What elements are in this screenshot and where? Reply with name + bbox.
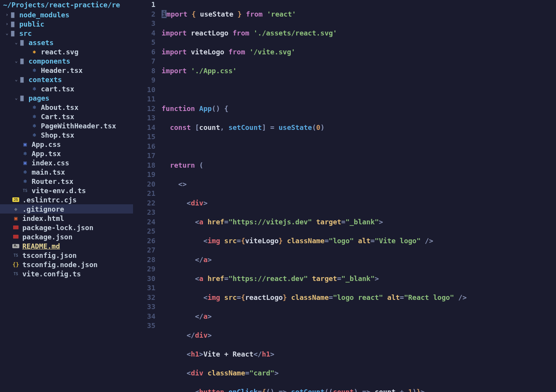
npm-icon: [12, 235, 19, 239]
tree-item-react-svg[interactable]: ✱react.svg: [0, 47, 133, 56]
folder-open-icon: ▇: [19, 95, 25, 101]
html-icon: ▣: [12, 215, 19, 221]
tree-item-app-tsx[interactable]: ❄App.tsx: [0, 149, 133, 158]
tree-item-cart2-tsx[interactable]: ❄Cart.tsx: [0, 112, 133, 121]
tree-item-readme[interactable]: M↓README.md: [0, 241, 133, 251]
tree-item-router-tsx[interactable]: ❄Router.tsx: [0, 177, 133, 186]
tree-item-index-css[interactable]: ▣index.css: [0, 158, 133, 167]
tree-item-main-tsx[interactable]: ❄main.tsx: [0, 167, 133, 177]
ts-icon: TS: [12, 272, 19, 276]
svg-icon: ✱: [31, 49, 38, 55]
json-icon: {}: [12, 261, 19, 268]
code-line[interactable]: </a>: [162, 312, 556, 321]
tree-item-header-tsx[interactable]: ❄Header.tsx: [0, 66, 133, 75]
css-icon: ▣: [22, 141, 29, 147]
chevron-down-icon: ⌄: [14, 77, 19, 82]
tree-item-components[interactable]: ⌄▇components: [0, 56, 133, 66]
code-line[interactable]: </div>: [162, 331, 556, 340]
react-icon: ❄: [31, 113, 38, 119]
code-line[interactable]: <img src={reactLogo} className="logo rea…: [162, 293, 556, 303]
tree-item-src[interactable]: ⌄▇src: [0, 29, 133, 38]
react-icon: ❄: [22, 169, 29, 175]
file-explorer: ~/Projects/react-practice/re ›▇node_modu…: [0, 0, 133, 392]
code-content[interactable]: import { useState } from 'react' import …: [160, 0, 556, 392]
react-icon: ❄: [22, 178, 29, 184]
chevron-down-icon: ⌄: [14, 40, 19, 45]
tree-item-eslintrc[interactable]: JS.eslintrc.cjs: [0, 195, 133, 204]
ts-icon: TS: [22, 188, 29, 193]
tree-item-index-html[interactable]: ▣index.html: [0, 214, 133, 223]
code-line[interactable]: </a>: [162, 255, 556, 265]
code-editor[interactable]: 1234567891011121314151617181920212223242…: [133, 0, 556, 392]
code-line[interactable]: <div>: [162, 199, 556, 208]
tree-item-viteenv-ts[interactable]: TSvite-env.d.ts: [0, 186, 133, 195]
react-icon: ❄: [22, 150, 29, 156]
tree-item-pages[interactable]: ⌄▇pages: [0, 93, 133, 103]
tree-item-cart-tsx[interactable]: ❄cart.tsx: [0, 84, 133, 93]
tree-item-assets[interactable]: ⌄▇assets: [0, 38, 133, 47]
code-line[interactable]: <div className="card">: [162, 368, 556, 378]
line-numbers: 1234567891011121314151617181920212223242…: [133, 0, 160, 392]
code-line[interactable]: <button onClick={() => setCount((count) …: [162, 387, 556, 392]
chevron-right-icon: ›: [5, 12, 9, 17]
chevron-down-icon: ⌄: [14, 58, 19, 64]
tree-item-shop-tsx[interactable]: ❄Shop.tsx: [0, 130, 133, 140]
folder-icon: ▇: [9, 12, 16, 18]
project-path: ~/Projects/react-practice/re: [0, 0, 133, 10]
code-line[interactable]: function App() {: [162, 104, 556, 114]
code-line[interactable]: <a href="https://react.dev" target="_bla…: [162, 274, 556, 284]
react-icon: ❄: [31, 86, 38, 92]
file-tree: ›▇node_modules ›▇public ⌄▇src ⌄▇assets ✱…: [0, 10, 133, 278]
code-line[interactable]: import reactLogo from './assets/react.sv…: [162, 29, 556, 38]
react-icon: ❄: [31, 104, 38, 110]
code-line[interactable]: <a href="https://vitejs.dev" target="_bl…: [162, 217, 556, 227]
tree-item-pwh-tsx[interactable]: ❄PageWithHeader.tsx: [0, 121, 133, 130]
chevron-down-icon: ⌄: [5, 30, 9, 36]
tree-item-about-tsx[interactable]: ❄About.tsx: [0, 103, 133, 112]
folder-icon: ▇: [9, 21, 16, 27]
css-icon: ▣: [22, 160, 29, 166]
code-line[interactable]: <>: [162, 180, 556, 189]
tree-item-tsconfig[interactable]: TStsconfig.json: [0, 251, 133, 260]
npm-icon: [12, 225, 19, 229]
tree-item-gitignore[interactable]: ◆.gitignore: [0, 204, 133, 214]
react-icon: ❄: [31, 67, 38, 73]
tree-item-pkglock[interactable]: package-lock.json: [0, 223, 133, 232]
code-line[interactable]: <h1>Vite + React</h1>: [162, 350, 556, 359]
folder-open-icon: ▇: [19, 76, 25, 82]
tree-item-package-json[interactable]: package.json: [0, 232, 133, 241]
chevron-down-icon: ⌄: [14, 95, 19, 101]
code-line[interactable]: return (: [162, 161, 556, 170]
tree-item-vite-config[interactable]: TSvite.config.ts: [0, 269, 133, 278]
tree-item-node-modules[interactable]: ›▇node_modules: [0, 10, 133, 19]
tree-item-contexts[interactable]: ⌄▇contexts: [0, 75, 133, 84]
js-icon: JS: [12, 197, 19, 202]
tree-item-app-css[interactable]: ▣App.css: [0, 140, 133, 149]
git-icon: ◆: [12, 206, 19, 212]
tree-item-tsconfig-node[interactable]: {}tsconfig.node.json: [0, 260, 133, 269]
folder-open-icon: ▇: [9, 30, 16, 36]
chevron-right-icon: ›: [5, 21, 9, 27]
code-line[interactable]: [162, 85, 556, 95]
code-line[interactable]: <img src={viteLogo} className="logo" alt…: [162, 236, 556, 246]
code-line[interactable]: import './App.css': [162, 66, 556, 76]
code-line[interactable]: [162, 142, 556, 151]
react-icon: ❄: [31, 123, 38, 129]
folder-open-icon: ▇: [19, 39, 25, 45]
folder-open-icon: ▇: [19, 58, 25, 64]
code-line[interactable]: import viteLogo from '/vite.svg': [162, 47, 556, 57]
react-icon: ❄: [31, 132, 38, 138]
ts-icon: TS: [12, 253, 19, 257]
markdown-icon: M↓: [12, 244, 19, 248]
tree-item-public[interactable]: ›▇public: [0, 19, 133, 29]
code-line[interactable]: const [count, setCount] = useState(0): [162, 123, 556, 133]
code-line[interactable]: import { useState } from 'react': [162, 10, 556, 19]
